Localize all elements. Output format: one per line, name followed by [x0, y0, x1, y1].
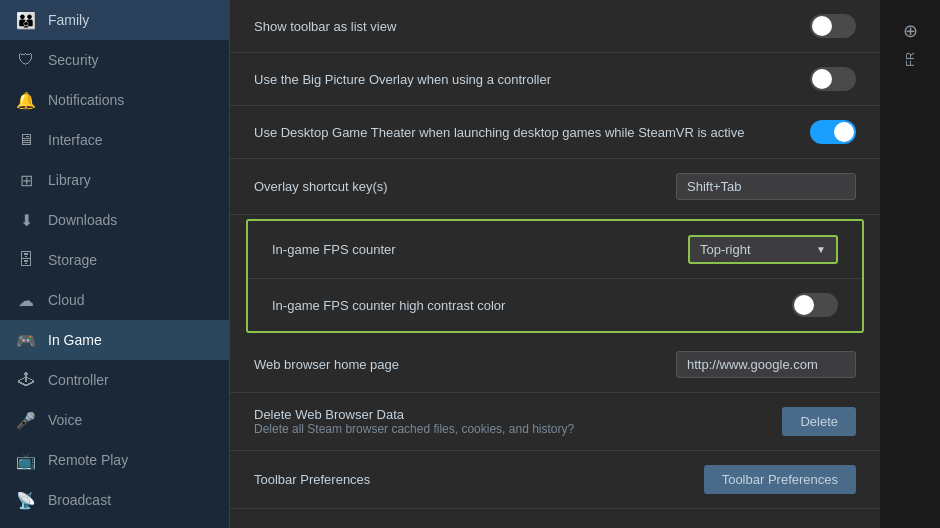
sidebar-item-label-cloud: Cloud — [48, 292, 85, 308]
sidebar-item-cloud[interactable]: ☁Cloud — [0, 280, 229, 320]
settings-list: Show toolbar as list viewUse the Big Pic… — [230, 0, 880, 509]
settings-row-overlay-shortcut: Overlay shortcut key(s) — [230, 159, 880, 215]
ingame-icon: 🎮 — [16, 330, 36, 350]
toggle-show-toolbar[interactable] — [810, 14, 856, 38]
sidebar-item-storage[interactable]: 🗄Storage — [0, 240, 229, 280]
sidebar: 👪Family🛡Security🔔Notifications🖥Interface… — [0, 0, 230, 528]
interface-icon: 🖥 — [16, 130, 36, 150]
sidebar-item-label-downloads: Downloads — [48, 212, 117, 228]
downloads-icon: ⬇ — [16, 210, 36, 230]
settings-label-desktop-theater: Use Desktop Game Theater when launching … — [254, 125, 774, 140]
sidebar-item-label-voice: Voice — [48, 412, 82, 428]
settings-row-toolbar-prefs: Toolbar PreferencesToolbar Preferences — [230, 451, 880, 509]
sidebar-item-label-storage: Storage — [48, 252, 97, 268]
settings-main-label-delete-web-data: Delete Web Browser Data — [254, 407, 574, 422]
sidebar-item-label-remoteplay: Remote Play — [48, 452, 128, 468]
toggle-big-picture[interactable] — [810, 67, 856, 91]
settings-sub-label-delete-web-data: Delete all Steam browser cached files, c… — [254, 422, 574, 436]
button-delete-web-data[interactable]: Delete — [782, 407, 856, 436]
settings-row-delete-web-data: Delete Web Browser DataDelete all Steam … — [230, 393, 880, 451]
storage-icon: 🗄 — [16, 250, 36, 270]
settings-label-big-picture: Use the Big Picture Overlay when using a… — [254, 72, 774, 87]
family-icon: 👪 — [16, 10, 36, 30]
move-icon: ⊕ — [903, 20, 918, 42]
notifications-icon: 🔔 — [16, 90, 36, 110]
main-content: Show toolbar as list viewUse the Big Pic… — [230, 0, 880, 528]
sidebar-item-label-notifications: Notifications — [48, 92, 124, 108]
settings-label-delete-web-data: Delete Web Browser DataDelete all Steam … — [254, 407, 574, 436]
sidebar-item-remoteplay[interactable]: 📺Remote Play — [0, 440, 229, 480]
settings-row-big-picture: Use the Big Picture Overlay when using a… — [230, 53, 880, 106]
input-web-browser[interactable] — [676, 351, 856, 378]
sidebar-item-controller[interactable]: 🕹Controller — [0, 360, 229, 400]
settings-label-web-browser: Web browser home page — [254, 357, 676, 372]
sidebar-item-label-family: Family — [48, 12, 89, 28]
sidebar-item-family[interactable]: 👪Family — [0, 0, 229, 40]
security-icon: 🛡 — [16, 50, 36, 70]
sidebar-item-label-ingame: In Game — [48, 332, 102, 348]
sidebar-item-label-library: Library — [48, 172, 91, 188]
dropdown-value-fps-counter: Top-right — [700, 242, 751, 257]
sidebar-item-interface[interactable]: 🖥Interface — [0, 120, 229, 160]
settings-row-fps-counter: In-game FPS counterTop-right▼ — [248, 221, 862, 279]
settings-row-desktop-theater: Use Desktop Game Theater when launching … — [230, 106, 880, 159]
settings-label-fps-contrast: In-game FPS counter high contrast color — [272, 298, 792, 313]
sidebar-item-broadcast[interactable]: 📡Broadcast — [0, 480, 229, 520]
toggle-desktop-theater[interactable] — [810, 120, 856, 144]
controller-icon: 🕹 — [16, 370, 36, 390]
sidebar-item-notifications[interactable]: 🔔Notifications — [0, 80, 229, 120]
broadcast-icon: 📡 — [16, 490, 36, 510]
voice-icon: 🎤 — [16, 410, 36, 430]
fps-group: In-game FPS counterTop-right▼In-game FPS… — [246, 219, 864, 333]
sidebar-item-label-broadcast: Broadcast — [48, 492, 111, 508]
sidebar-item-security[interactable]: 🛡Security — [0, 40, 229, 80]
sidebar-item-label-interface: Interface — [48, 132, 102, 148]
settings-row-show-toolbar: Show toolbar as list view — [230, 0, 880, 53]
settings-label-overlay-shortcut: Overlay shortcut key(s) — [254, 179, 676, 194]
right-panel: ⊕ FR — [880, 0, 940, 528]
sidebar-item-label-security: Security — [48, 52, 99, 68]
settings-label-fps-counter: In-game FPS counter — [272, 242, 688, 257]
right-panel-label: FR — [904, 52, 916, 67]
settings-row-web-browser: Web browser home page — [230, 337, 880, 393]
sidebar-item-ingame[interactable]: 🎮In Game — [0, 320, 229, 360]
dropdown-fps-counter[interactable]: Top-right▼ — [688, 235, 838, 264]
button-toolbar-prefs[interactable]: Toolbar Preferences — [704, 465, 856, 494]
library-icon: ⊞ — [16, 170, 36, 190]
settings-row-fps-contrast: In-game FPS counter high contrast color — [248, 279, 862, 331]
toggle-fps-contrast[interactable] — [792, 293, 838, 317]
settings-label-show-toolbar: Show toolbar as list view — [254, 19, 774, 34]
sidebar-item-voice[interactable]: 🎤Voice — [0, 400, 229, 440]
cloud-icon: ☁ — [16, 290, 36, 310]
sidebar-item-library[interactable]: ⊞Library — [0, 160, 229, 200]
settings-label-toolbar-prefs: Toolbar Preferences — [254, 472, 704, 487]
sidebar-item-label-controller: Controller — [48, 372, 109, 388]
dropdown-arrow-fps-counter: ▼ — [816, 244, 826, 255]
sidebar-item-downloads[interactable]: ⬇Downloads — [0, 200, 229, 240]
input-overlay-shortcut[interactable] — [676, 173, 856, 200]
remoteplay-icon: 📺 — [16, 450, 36, 470]
